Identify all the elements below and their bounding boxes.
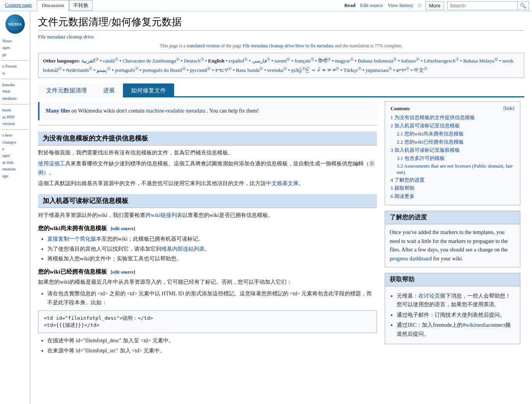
action-read[interactable]: Read — [344, 1, 356, 10]
sidebar-item-web[interactable]: Web — [2, 88, 28, 95]
lang-separator: • — [339, 67, 344, 73]
sidebar-item-ts[interactable]: ts — [2, 70, 28, 76]
toc-link-2-2[interactable]: 2.2 您的wiki已经拥有信息模板 — [397, 139, 464, 145]
sidebar-item-news[interactable]: News — [2, 38, 28, 44]
language-link[interactable]: português — [115, 67, 135, 73]
language-link[interactable]: יידיש — [396, 67, 406, 73]
sidebar-item-s-here[interactable]: s here — [2, 132, 28, 139]
chinese-wikisource-link[interactable]: 中文維基文庫 — [266, 180, 299, 186]
sidebar-item-changes[interactable]: changes — [2, 139, 28, 146]
discussion-page-link[interactable]: 在讨论页 — [418, 293, 440, 299]
language-link[interactable]: русский — [190, 67, 207, 73]
sidebar-item-kmedia[interactable]: kmedia — [2, 81, 28, 88]
sidebar-item-book[interactable]: book — [2, 107, 28, 113]
tab-progress[interactable]: 进展 — [95, 83, 123, 97]
tab-no-convert[interactable]: 不转换 — [69, 0, 93, 11]
tab-content-page[interactable]: Content page — [0, 0, 37, 11]
language-link[interactable]: magyar — [335, 58, 350, 64]
language-link[interactable]: українська — [366, 67, 389, 73]
language-link[interactable]: မြန်မာဘာသာ — [310, 67, 336, 73]
interwiki-link[interactable]: 跨wiki链接列表 — [145, 212, 182, 218]
more-button[interactable]: More — [425, 1, 444, 10]
sidebar-item-ages[interactable]: ages — [2, 44, 28, 51]
list-item-2-1-2: 为了使您项目的其他人可以找到它，请添加它到维基内部连結列表。 — [47, 244, 377, 254]
language-link[interactable]: Basa Sunda — [236, 67, 259, 73]
language-link[interactable]: português do Brasil — [143, 67, 182, 73]
machine-readable-link[interactable]: machine-readable metadata — [146, 108, 206, 114]
language-link[interactable]: 中文 — [414, 67, 424, 73]
search-button[interactable]: 🔍 — [517, 2, 529, 10]
search-box: 🔍 — [447, 1, 529, 10]
tab-how-to-fix[interactable]: 如何修复文件 — [123, 83, 174, 97]
tab-discussion[interactable]: Discussion — [37, 0, 69, 11]
translated-version-link[interactable]: translated version — [187, 43, 219, 49]
action-edit-source[interactable]: Edit source — [359, 1, 384, 10]
star-icon[interactable]: ☆ — [417, 2, 422, 9]
example-link[interactable]: 示例 — [38, 161, 375, 175]
section-2-2-list-1: 请在包含實際信息的 <td> 之前的 <td> 元素中以 HTML ID 的形式… — [47, 289, 377, 308]
toc-link-3-1[interactable]: 3.1 包含多許可的模板 — [397, 155, 445, 161]
language-link[interactable]: español — [229, 58, 244, 64]
language-link[interactable]: Lëtzebuergesch — [424, 58, 455, 64]
language-link[interactable]: English — [208, 58, 225, 64]
language-link[interactable]: français — [294, 58, 310, 64]
toc-item-2-2: 2.2 您的wiki已经拥有信息模板 — [397, 139, 515, 146]
language-link[interactable]: فارسی — [252, 58, 267, 64]
language-link[interactable]: Nederlands — [66, 67, 89, 73]
language-link[interactable]: Türkçe — [344, 67, 358, 73]
action-view-history[interactable]: View history — [387, 1, 415, 10]
toc-link-4[interactable]: 4 了解您的进度 — [390, 177, 425, 183]
site-logo[interactable]: MEDIA — [5, 14, 25, 34]
sidebar-item-nt-link[interactable]: nt link — [2, 159, 28, 166]
copy-template-link[interactable]: 直接复制一个简化版本 — [47, 236, 102, 242]
language-link[interactable]: svenska — [267, 67, 283, 73]
divider-1 — [38, 125, 377, 125]
language-link[interactable]: ትግርኛ — [215, 67, 228, 73]
sidebar-item-e[interactable]: e — [2, 146, 28, 152]
toc-item-4: 4 了解您的进度 — [390, 177, 515, 184]
wikimedia-connect-link[interactable]: #wikimedia — [463, 322, 488, 328]
language-link[interactable]: suomi — [275, 58, 287, 64]
sidebar-item-medians[interactable]: medians — [2, 95, 28, 102]
language-link[interactable]: العربية — [81, 58, 95, 64]
sidebar-item-pdf[interactable]: as PDF — [2, 114, 28, 120]
language-link[interactable]: پښتو — [97, 67, 107, 73]
lang-separator: • — [62, 67, 66, 73]
sidebar-item-age[interactable]: age — [2, 173, 28, 179]
tab-file-metadata[interactable]: 文件元数据清理 — [38, 83, 95, 97]
toc-link-2-1[interactable]: 2.1 您的wiki尚未拥有信息模板 — [397, 131, 464, 137]
sidebar-item-ge[interactable]: ge — [2, 51, 28, 58]
sidebar-item-forum[interactable]: a Forum — [2, 63, 28, 69]
toc-link-3-2[interactable]: 3.2 Assessments that are not licenses (P… — [397, 163, 513, 175]
use-tool-link[interactable]: 使用這個工具 — [38, 161, 71, 166]
lang-edit-icon: ⓔ — [393, 57, 397, 61]
language-link[interactable]: Chavacano de Zamboanga — [123, 58, 176, 64]
toc-link-2[interactable]: 2 加入机器可读标记至信息模板 — [390, 123, 460, 128]
toc-link-6[interactable]: 6 阅读更多 — [390, 193, 415, 199]
language-link[interactable]: Deutsch — [184, 58, 200, 64]
lang-separator: • — [247, 58, 252, 64]
toc-hide-link[interactable]: [hide] — [503, 106, 515, 112]
sidebar-item-ages2[interactable]: ages — [2, 152, 28, 159]
language-link[interactable]: català — [103, 58, 115, 64]
edit-source-2-1[interactable]: [edit source] — [111, 226, 135, 231]
subtitle-link[interactable]: File metadata cleanup drive — [38, 34, 94, 40]
search-input[interactable] — [447, 2, 517, 10]
edit-source-2-2[interactable]: [edit source] — [111, 269, 135, 275]
sidebar-item-version[interactable]: version — [2, 120, 28, 127]
irc-link[interactable]: IRC — [408, 322, 416, 328]
sidebar-item-rmation[interactable]: rmation — [2, 166, 28, 172]
toc-link-1[interactable]: 1 为没有信息模板的文件提供信息模板 — [390, 114, 475, 120]
lang-edit-icon: ⓔ — [406, 67, 409, 71]
language-link[interactable]: Bahasa Indonesia — [358, 58, 393, 64]
language-link[interactable]: தமிழ் — [291, 67, 302, 73]
language-link[interactable]: italiano — [401, 58, 416, 64]
toc-link-5[interactable]: 5 获取帮助 — [390, 185, 415, 191]
progress-dashboard-link[interactable]: progress dashboard — [390, 256, 432, 262]
many-files-link[interactable]: Many files — [46, 108, 70, 114]
language-link[interactable]: Bahasa Melayu — [463, 58, 495, 64]
language-link[interactable]: हिन्दी — [318, 58, 327, 64]
interwiki-list-link[interactable]: 维基内部连結列表 — [161, 246, 205, 252]
translation-page-link[interactable]: File metadata cleanup drive/How to fix m… — [243, 43, 334, 49]
toc-link-3[interactable]: 3 加入机器可读标记至版权模板 — [390, 147, 460, 153]
